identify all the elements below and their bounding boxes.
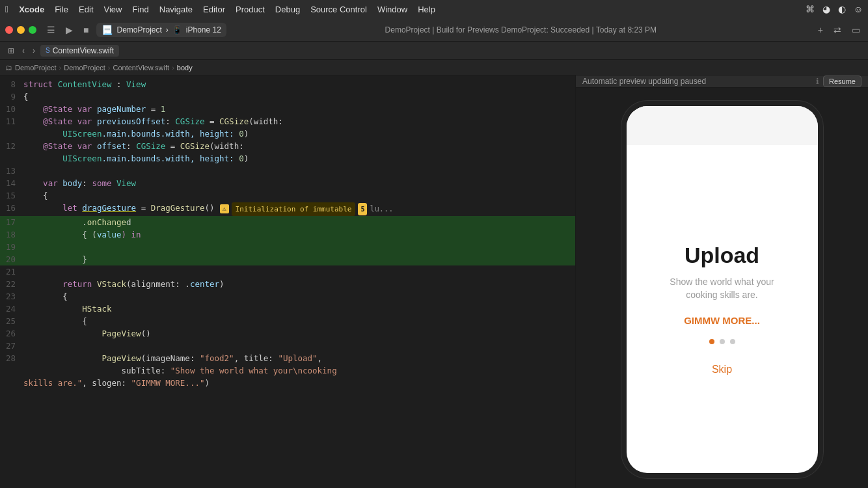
line-content[interactable]: PageView() <box>23 327 575 340</box>
back-forward-button[interactable]: ⇄ <box>831 23 844 36</box>
line-number: 23 <box>0 290 23 303</box>
menu-window[interactable]: Window <box>377 5 407 14</box>
breadcrumb-icon: 🗂 <box>5 64 12 72</box>
minimize-button[interactable] <box>17 26 25 34</box>
menu-find[interactable]: Find <box>132 5 148 14</box>
line-number: 10 <box>0 103 23 115</box>
line-number: 17 <box>0 216 23 228</box>
menu-source-control[interactable]: Source Control <box>310 5 367 14</box>
phone-app-content: Upload Show the world what yourcooking s… <box>627 145 818 473</box>
menu-xcode[interactable]: Xcode <box>19 5 44 14</box>
line-number: 28 <box>0 352 23 364</box>
line-content[interactable]: return VStack(alignment: .center) <box>23 278 575 290</box>
line-content[interactable]: HStack <box>23 303 575 315</box>
line-number: 26 <box>0 327 23 340</box>
tab-back-button[interactable]: ‹ <box>20 45 27 57</box>
line-content[interactable]: var body: some View <box>23 177 575 189</box>
scheme-name: DemoProject <box>116 25 161 34</box>
app-title: Upload <box>685 243 759 268</box>
line-content[interactable]: subTitle: "Show the world what your\ncoo… <box>23 364 575 377</box>
line-content[interactable]: .onChanged <box>23 216 575 228</box>
info-icon[interactable]: ℹ <box>816 77 819 86</box>
line-number: 13 <box>0 165 23 177</box>
device-icon: 📱 <box>172 25 182 34</box>
menu-navigate[interactable]: Navigate <box>159 5 193 14</box>
line-content[interactable]: { <box>23 90 575 103</box>
phone-frame: Upload Show the world what yourcooking s… <box>621 101 823 478</box>
maximize-button[interactable] <box>29 26 36 34</box>
code-line: 17 .onChanged <box>0 216 575 228</box>
line-number: 11 <box>0 115 23 128</box>
menu-edit[interactable]: Edit <box>79 5 93 14</box>
line-content[interactable]: UIScreen.main.bounds.width, height: 0) <box>23 152 575 165</box>
line-number: 19 <box>0 241 23 253</box>
line-content[interactable]: skills are.", slogen: "GIMMW MORE...") <box>23 377 575 389</box>
code-line: skills are.", slogen: "GIMMW MORE...") <box>0 377 575 389</box>
dot-2 <box>720 339 725 344</box>
line-content[interactable]: let dragGesture = DragGesture()⚠Initiali… <box>23 202 575 216</box>
resume-button[interactable]: Resume <box>823 75 861 87</box>
breadcrumb-symbol[interactable]: body <box>177 64 193 72</box>
line-content[interactable]: struct ContentView : View <box>23 78 575 90</box>
search-menu-icon[interactable]: ◕ <box>822 4 830 14</box>
menu-bar:  Xcode File Edit View Find Navigate Edi… <box>0 0 868 18</box>
scheme-selector[interactable]: 📃 DemoProject › 📱 iPhone 12 <box>96 23 226 37</box>
split-view-button[interactable]: ▭ <box>849 23 863 36</box>
close-button[interactable] <box>5 26 13 34</box>
add-button[interactable]: + <box>815 23 826 36</box>
tab-bar: ⊞ ‹ › S ContentView.swift <box>0 42 868 60</box>
code-line: UIScreen.main.bounds.width, height: 0) <box>0 128 575 140</box>
line-number: 25 <box>0 315 23 327</box>
run-button[interactable]: ▶ <box>63 23 75 36</box>
breadcrumb-folder[interactable]: DemoProject <box>64 64 105 72</box>
code-line: 13 <box>0 165 575 177</box>
line-content[interactable]: { <box>23 189 575 202</box>
stop-button[interactable]: ■ <box>81 23 91 36</box>
line-content[interactable]: PageView(imageName: "food2", title: "Upl… <box>23 352 575 364</box>
control-center-icon[interactable]: ◐ <box>838 4 846 14</box>
code-editor[interactable]: 8struct ContentView : View9{10 @State va… <box>0 75 575 488</box>
code-line: 10 @State var pageNumber = 1 <box>0 103 575 115</box>
tab-contentview[interactable]: S ContentView.swift <box>40 45 119 57</box>
menu-product[interactable]: Product <box>236 5 265 14</box>
tab-forward-button[interactable]: › <box>30 45 38 57</box>
wifi-icon: ⌘ <box>806 4 815 14</box>
skip-button[interactable]: Skip <box>712 364 732 375</box>
line-content[interactable]: { (value) in <box>23 228 575 241</box>
menu-view[interactable]: View <box>104 5 122 14</box>
line-number: 8 <box>0 78 23 90</box>
code-line: 23 { <box>0 290 575 303</box>
user-icon[interactable]: ☺ <box>854 4 863 14</box>
menu-help[interactable]: Help <box>418 5 435 14</box>
warning-count: 5 <box>358 203 367 215</box>
breadcrumb-file[interactable]: ContentView.swift <box>113 64 170 72</box>
apple-menu[interactable]:  <box>5 4 8 14</box>
menu-editor[interactable]: Editor <box>203 5 225 14</box>
preview-content: Upload Show the world what yourcooking s… <box>576 88 868 488</box>
swift-file-icon: S <box>46 47 50 54</box>
toolbar: ☰ ▶ ■ 📃 DemoProject › 📱 iPhone 12 DemoPr… <box>0 18 868 42</box>
build-status: DemoProject | Build for Previews DemoPro… <box>232 25 810 34</box>
phone-top-area <box>627 106 818 145</box>
sidebar-toggle-button[interactable]: ☰ <box>44 23 58 36</box>
menu-debug[interactable]: Debug <box>275 5 300 14</box>
warning-indicator[interactable]: ⚠Initialization of immutable5lu... <box>220 202 394 216</box>
breadcrumb-project[interactable]: DemoProject <box>15 64 57 72</box>
line-content[interactable]: @State var previousOffset: CGSize = CGSi… <box>23 115 575 128</box>
grid-view-button[interactable]: ⊞ <box>5 45 17 57</box>
line-content[interactable]: { <box>23 290 575 303</box>
app-link[interactable]: GIMMW MORE... <box>684 315 760 326</box>
line-content[interactable]: } <box>23 253 575 265</box>
code-line: 16 let dragGesture = DragGesture()⚠Initi… <box>0 202 575 216</box>
device-name: iPhone 12 <box>186 25 221 34</box>
menu-file[interactable]: File <box>55 5 68 14</box>
line-content[interactable]: { <box>23 315 575 327</box>
line-content[interactable]: UIScreen.main.bounds.width, height: 0) <box>23 128 575 140</box>
line-content[interactable]: @State var pageNumber = 1 <box>23 103 575 115</box>
line-content[interactable]: @State var offset: CGSize = CGSize(width… <box>23 140 575 152</box>
dot-1 <box>709 339 714 344</box>
code-line: 26 PageView() <box>0 327 575 340</box>
line-number: 22 <box>0 278 23 290</box>
project-icon: 📃 <box>102 25 113 35</box>
app-subtitle: Show the world what yourcooking skills a… <box>670 276 774 301</box>
